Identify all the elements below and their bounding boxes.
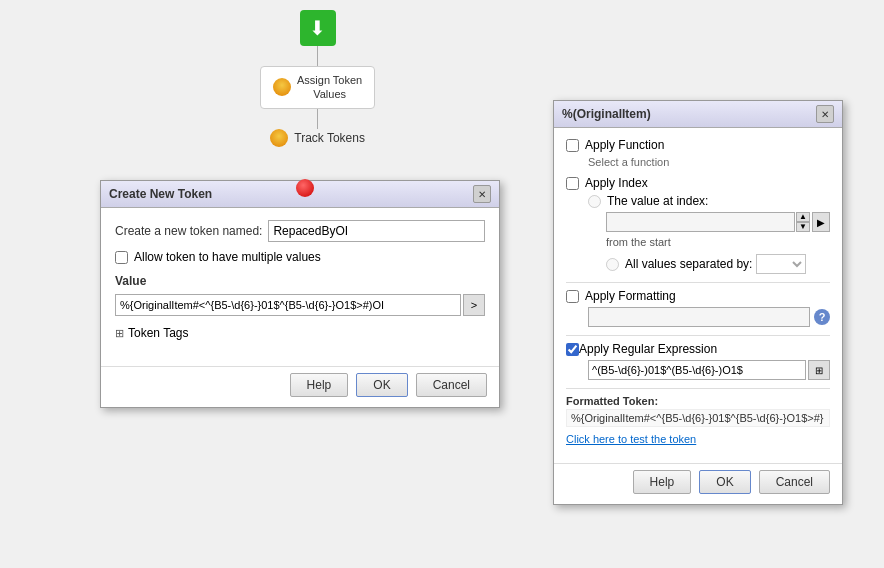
original-item-dialog: %(OriginalItem) ✕ Apply Function Select … <box>553 100 843 505</box>
create-token-title: Create New Token <box>109 187 212 201</box>
token-tags-row[interactable]: ⊞ Token Tags <box>115 326 485 340</box>
apply-index-row: Apply Index <box>566 176 830 190</box>
formatting-input-row: ? <box>588 307 830 327</box>
red-dot-decoration <box>296 179 314 197</box>
spinner-buttons: ▲ ▼ <box>796 212 810 232</box>
all-values-radio[interactable] <box>606 258 619 271</box>
track-tokens-node[interactable]: Track Tokens <box>270 129 365 147</box>
token-name-label: Create a new token named: <box>115 224 262 238</box>
select-function-label: Select a function <box>588 156 830 168</box>
track-node-icon <box>270 129 288 147</box>
from-start-label: from the start <box>606 236 830 248</box>
create-token-dialog: Create New Token ✕ Create a new token na… <box>100 180 500 408</box>
apply-regex-checkbox[interactable] <box>566 343 579 356</box>
oi-ok-button[interactable]: OK <box>699 470 750 494</box>
original-item-buttons: Help OK Cancel <box>554 463 842 504</box>
start-node: ⬇ <box>300 10 336 46</box>
apply-index-checkbox[interactable] <box>566 177 579 190</box>
apply-function-label: Apply Function <box>585 138 664 152</box>
apply-formatting-checkbox[interactable] <box>566 290 579 303</box>
cancel-button[interactable]: Cancel <box>416 373 487 397</box>
value-input[interactable] <box>115 294 461 316</box>
formatted-token-label: Formatted Token: <box>566 395 830 407</box>
apply-formatting-label: Apply Formatting <box>585 289 676 303</box>
all-values-label: All values separated by: <box>625 257 752 271</box>
allow-multiple-row: Allow token to have multiple values <box>115 250 485 264</box>
assign-token-node[interactable]: Assign TokenValues <box>260 66 375 109</box>
token-tags-label: Token Tags <box>128 326 189 340</box>
apply-function-row: Apply Function <box>566 138 830 152</box>
expand-icon: ⊞ <box>115 327 124 340</box>
allow-multiple-checkbox[interactable] <box>115 251 128 264</box>
assign-node-label: Assign TokenValues <box>297 73 362 102</box>
token-name-row: Create a new token named: <box>115 220 485 242</box>
regex-button[interactable]: ⊞ <box>808 360 830 380</box>
value-at-index-label: The value at index: <box>607 194 708 208</box>
create-token-buttons: Help OK Cancel <box>101 366 499 407</box>
original-item-close-button[interactable]: ✕ <box>816 105 834 123</box>
formatted-token-value: %{OriginalItem#<^{B5-\d{6}-}01$^{B5-\d{6… <box>566 409 830 427</box>
create-token-body: Create a new token named: Allow token to… <box>101 208 499 366</box>
original-item-title: %(OriginalItem) <box>562 107 651 121</box>
formatting-row: Apply Formatting ? <box>566 289 830 327</box>
test-token-link[interactable]: Click here to test the token <box>566 433 830 445</box>
apply-formatting-checkbox-row: Apply Formatting <box>566 289 830 303</box>
value-arrow-button[interactable]: > <box>463 294 485 316</box>
regex-input[interactable] <box>588 360 806 380</box>
assign-node-icon <box>273 78 291 96</box>
index-arrow-button[interactable]: ▶ <box>812 212 830 232</box>
value-section-label: Value <box>115 274 485 288</box>
formatting-input[interactable] <box>588 307 810 327</box>
all-values-row: All values separated by: <box>606 254 830 274</box>
original-item-titlebar[interactable]: %(OriginalItem) ✕ <box>554 101 842 128</box>
original-item-body: Apply Function Select a function Apply I… <box>554 128 842 463</box>
oi-help-button[interactable]: Help <box>633 470 692 494</box>
value-at-index-radio-row: The value at index: <box>588 194 830 208</box>
connector-1 <box>317 46 318 66</box>
create-token-close-button[interactable]: ✕ <box>473 185 491 203</box>
spinner-down-button[interactable]: ▼ <box>796 222 810 232</box>
separator-3 <box>566 388 830 389</box>
apply-regex-row: Apply Regular Expression <box>566 342 830 356</box>
separator-1 <box>566 282 830 283</box>
value-section: Value > <box>115 274 485 316</box>
track-node-label: Track Tokens <box>294 131 365 145</box>
formatted-token-section: Formatted Token: %{OriginalItem#<^{B5-\d… <box>566 395 830 427</box>
index-section: The value at index: ▲ ▼ ▶ from the start… <box>588 194 830 274</box>
ok-button[interactable]: OK <box>356 373 407 397</box>
separator-2 <box>566 335 830 336</box>
value-at-index-radio[interactable] <box>588 195 601 208</box>
apply-regex-label: Apply Regular Expression <box>579 342 717 356</box>
token-name-input[interactable] <box>268 220 485 242</box>
spinner-up-button[interactable]: ▲ <box>796 212 810 222</box>
oi-cancel-button[interactable]: Cancel <box>759 470 830 494</box>
formatting-help-icon[interactable]: ? <box>814 309 830 325</box>
apply-index-label: Apply Index <box>585 176 648 190</box>
workflow-nodes: ⬇ Assign TokenValues Track Tokens <box>260 10 375 147</box>
all-values-select[interactable] <box>756 254 806 274</box>
index-input[interactable] <box>606 212 795 232</box>
allow-multiple-label: Allow token to have multiple values <box>134 250 321 264</box>
apply-function-checkbox[interactable] <box>566 139 579 152</box>
index-input-row: ▲ ▼ ▶ <box>606 212 830 232</box>
help-button[interactable]: Help <box>290 373 349 397</box>
regex-input-row: ⊞ <box>588 360 830 380</box>
connector-2 <box>317 109 318 129</box>
value-row: > <box>115 294 485 316</box>
